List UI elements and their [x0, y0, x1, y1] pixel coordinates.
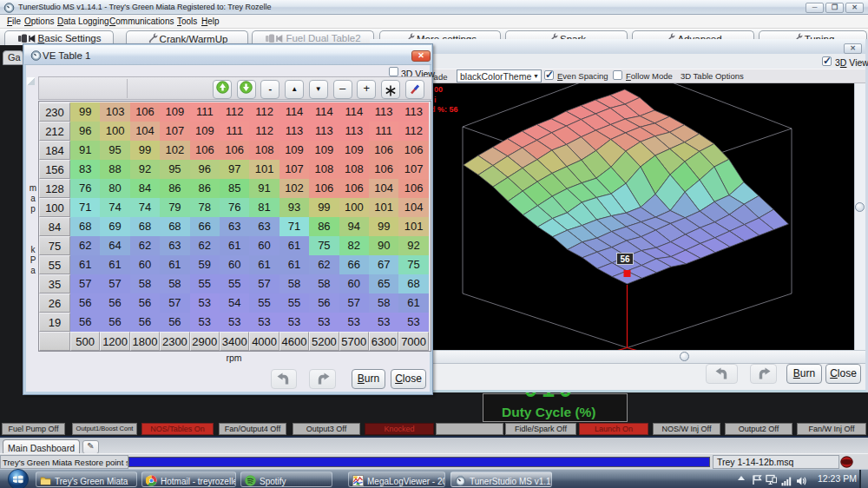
svg-text:56: 56: [620, 254, 630, 264]
